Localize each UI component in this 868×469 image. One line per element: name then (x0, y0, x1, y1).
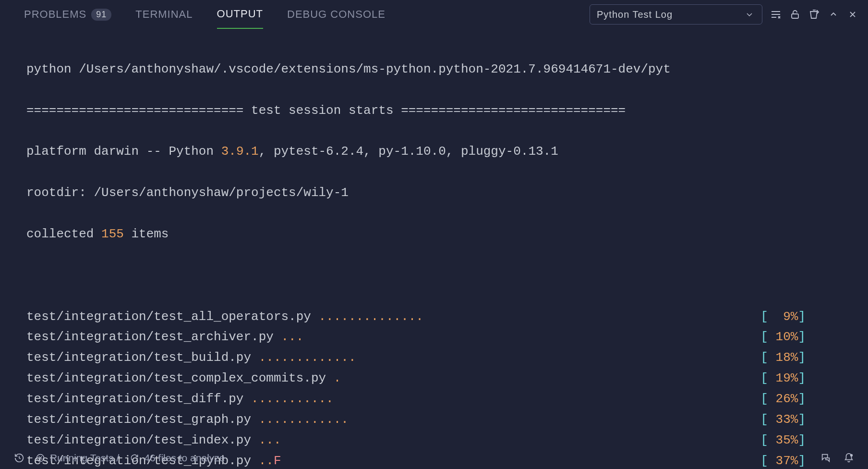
tab-output[interactable]: OUTPUT (217, 0, 263, 29)
tab-debug-console[interactable]: DEBUG CONSOLE (287, 0, 386, 28)
filter-icon[interactable] (770, 9, 782, 20)
tab-problems-label: PROBLEMS (24, 8, 86, 21)
tab-debug-console-label: DEBUG CONSOLE (287, 8, 386, 21)
error-icon (35, 452, 46, 464)
status-files-analyze[interactable]: 46 files to analyze (129, 452, 225, 464)
svg-point-2 (851, 455, 853, 457)
panel-header: PROBLEMS 91 TERMINAL OUTPUT DEBUG CONSOL… (0, 0, 868, 29)
svg-rect-0 (792, 14, 798, 18)
history-icon[interactable] (13, 452, 25, 464)
output-line: ============================= test sessi… (26, 100, 868, 121)
test-result-line: test/integration/test_build.py .........… (26, 347, 868, 368)
bell-icon[interactable] (843, 452, 855, 464)
output-line: collected 155 items (26, 224, 868, 245)
tab-terminal-label: TERMINAL (135, 8, 193, 21)
status-bar: Running Tests / 46 files to analyze (0, 447, 868, 469)
test-result-line: test/integration/test_diff.py ..........… (26, 389, 868, 409)
panel-tabs: PROBLEMS 91 TERMINAL OUTPUT DEBUG CONSOL… (24, 0, 386, 29)
chevron-up-icon[interactable] (828, 9, 839, 20)
chevron-down-icon (744, 9, 755, 20)
lock-icon[interactable] (789, 9, 801, 20)
test-result-line: test/integration/test_archiver.py ...[ 1… (26, 327, 868, 347)
output-channel-dropdown[interactable]: Python Test Log (590, 4, 762, 25)
output-line: python /Users/anthonyshaw/.vscode/extens… (26, 59, 868, 80)
dropdown-selected: Python Test Log (597, 9, 673, 20)
header-actions: Python Test Log (590, 4, 858, 25)
status-analyze-label: 46 files to analyze (144, 452, 225, 464)
status-running-tests[interactable]: Running Tests / (35, 452, 119, 464)
output-area[interactable]: python /Users/anthonyshaw/.vscode/extens… (0, 29, 868, 469)
refresh-icon (129, 452, 140, 464)
status-running-label: Running Tests / (50, 452, 119, 464)
output-line: platform darwin -- Python 3.9.1, pytest-… (26, 141, 868, 162)
tab-terminal[interactable]: TERMINAL (135, 0, 193, 28)
tab-problems[interactable]: PROBLEMS 91 (24, 0, 111, 28)
test-result-line: test/integration/test_graph.py .........… (26, 409, 868, 430)
clear-output-icon[interactable] (808, 9, 820, 20)
test-result-line: test/integration/test_complex_commits.py… (26, 368, 868, 389)
feedback-icon[interactable] (820, 452, 832, 464)
problems-badge: 91 (91, 9, 111, 21)
close-icon[interactable] (847, 9, 858, 20)
test-result-line: test/integration/test_all_operators.py .… (26, 307, 868, 327)
output-blank (26, 265, 868, 286)
tab-output-label: OUTPUT (217, 8, 263, 20)
output-line: rootdir: /Users/anthonyshaw/projects/wil… (26, 183, 868, 203)
status-right (820, 452, 855, 464)
